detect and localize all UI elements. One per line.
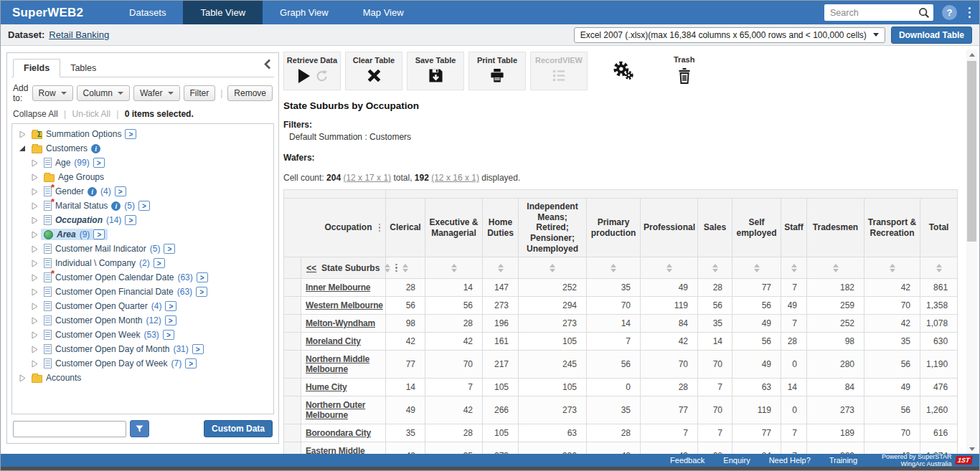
expander-icon[interactable]: [30, 188, 39, 196]
filter-button[interactable]: Filter: [184, 85, 216, 101]
clear-table-button[interactable]: Clear Table: [345, 52, 402, 90]
sort-control[interactable]: [402, 264, 408, 272]
cell-count-total-dims-link[interactable]: (12 x 17 x 1): [343, 173, 391, 183]
field-arrow-button[interactable]: >: [125, 215, 136, 225]
row-label-link-moreland-city[interactable]: Moreland City: [306, 336, 361, 346]
footer-link-feedback[interactable]: Feedback: [670, 456, 705, 465]
column-header-professional[interactable]: Professional: [641, 199, 698, 257]
column-drop-zone[interactable]: [386, 190, 958, 199]
sort-control[interactable]: [833, 264, 839, 272]
cell-count-displayed-dims-link[interactable]: (12 x 16 x 1): [431, 173, 479, 183]
column-header-staff[interactable]: Staff: [781, 199, 807, 257]
row-label-link-northern-outer-melbourne[interactable]: Northern Outer Melbourne: [306, 400, 365, 420]
expander-icon[interactable]: [18, 374, 27, 382]
column-header-independent-means-retired-pensioner-unemployed[interactable]: Independent Means; Retired; Pensioner; U…: [519, 199, 587, 257]
tree-item-customer-open-week[interactable]: Customer Open Week(53)>: [12, 328, 273, 342]
search-icon[interactable]: [918, 6, 930, 22]
tree-item-customer-open-day-of-week[interactable]: Customer Open Day of Week(7)>: [12, 356, 273, 371]
row-label-link-melton-wyndham[interactable]: Melton-Wyndham: [306, 318, 375, 328]
field-arrow-button[interactable]: >: [154, 258, 165, 268]
scroll-down-arrow[interactable]: [966, 444, 977, 454]
column-header-sales[interactable]: Sales: [698, 199, 732, 257]
save-table-button[interactable]: Save Table: [407, 52, 464, 90]
more-options-icon[interactable]: [967, 5, 972, 21]
tree-item-area[interactable]: Area(9)>: [12, 227, 273, 242]
collapse-sidebar-icon[interactable]: [264, 59, 271, 72]
tab-fields[interactable]: Fields: [13, 59, 60, 77]
field-arrow-button[interactable]: >: [93, 158, 105, 168]
retrieve-data-button[interactable]: Retrieve Data: [283, 52, 341, 90]
field-search-input[interactable]: [13, 421, 126, 437]
tab-tables[interactable]: Tables: [60, 60, 106, 77]
trash-button[interactable]: Trash: [674, 52, 694, 85]
expander-icon[interactable]: [18, 145, 27, 152]
collapse-all-link[interactable]: Collapse All: [13, 109, 58, 119]
info-icon[interactable]: i: [88, 187, 97, 196]
scroll-up-arrow[interactable]: [966, 49, 977, 60]
info-icon[interactable]: i: [111, 201, 121, 211]
row-label-link-hume-city[interactable]: Hume City: [306, 382, 347, 392]
export-format-select[interactable]: Excel 2007 (.xlsx)(max 16,384 columns x …: [574, 27, 885, 43]
expander-icon[interactable]: [30, 245, 39, 253]
download-table-button[interactable]: Download Table: [891, 27, 972, 44]
add-to-row-button[interactable]: Row: [32, 85, 73, 101]
row-label-link-northern-middle-melbourne[interactable]: Northern Middle Melbourne: [306, 354, 369, 374]
sort-control[interactable]: [498, 264, 504, 272]
sort-control[interactable]: [712, 264, 718, 272]
field-arrow-button[interactable]: >: [165, 301, 176, 311]
column-field-header[interactable]: Occupation: [284, 199, 386, 257]
add-to-wafer-button[interactable]: Wafer: [133, 85, 180, 101]
sort-control[interactable]: [754, 264, 760, 272]
tree-item-summation-options[interactable]: Summation Options>: [12, 127, 273, 141]
scrollbar-thumb[interactable]: [967, 61, 976, 242]
expander-icon[interactable]: [30, 303, 39, 310]
field-arrow-button[interactable]: >: [185, 358, 197, 368]
nav-item-graph-view[interactable]: Graph View: [263, 1, 346, 24]
expander-icon[interactable]: [30, 288, 39, 296]
vertical-scrollbar[interactable]: [966, 49, 977, 454]
untick-all-link[interactable]: Un-tick All: [72, 109, 110, 119]
add-to-column-button[interactable]: Column: [77, 85, 130, 101]
field-arrow-button[interactable]: >: [115, 186, 126, 196]
tree-item-occupation[interactable]: Occupation(14)>: [12, 213, 273, 227]
row-label-link-western-melbourne[interactable]: Western Melbourne: [306, 300, 383, 310]
expander-icon[interactable]: [18, 130, 27, 138]
row-label-link-inner-melbourne[interactable]: Inner Melbourne: [306, 282, 370, 292]
expander-icon[interactable]: [30, 159, 39, 167]
field-arrow-button[interactable]: >: [197, 272, 208, 282]
tree-item-customer-open-financial-date[interactable]: Customer Open Financial Date(63)>: [12, 285, 273, 299]
sort-control[interactable]: [611, 264, 616, 272]
help-icon[interactable]: ?: [942, 5, 957, 20]
remove-button[interactable]: Remove: [227, 85, 273, 101]
tree-item-customer-open-quarter[interactable]: Customer Open Quarter(4)>: [12, 299, 273, 313]
field-arrow-button[interactable]: >: [138, 201, 150, 211]
expander-icon[interactable]: [30, 360, 39, 368]
expander-icon[interactable]: [30, 231, 39, 239]
field-arrow-button[interactable]: >: [164, 244, 175, 254]
field-arrow-button[interactable]: >: [192, 344, 204, 354]
footer-link-training[interactable]: Training: [829, 456, 857, 465]
sort-control[interactable]: [666, 264, 672, 272]
nav-item-map-view[interactable]: Map View: [346, 1, 421, 24]
tree-item-age[interactable]: Age(99)>: [12, 156, 273, 170]
sort-control[interactable]: [791, 264, 797, 272]
field-arrow-button[interactable]: >: [163, 330, 174, 340]
column-header-primary-production[interactable]: Primary production: [587, 199, 641, 257]
info-icon[interactable]: i: [91, 144, 100, 153]
column-header-executive-managerial[interactable]: Executive & Managerial: [425, 199, 483, 257]
header-menu-icon[interactable]: [379, 223, 381, 233]
column-header-tradesmen[interactable]: Tradesmen: [807, 199, 864, 257]
column-header-home-duties[interactable]: Home Duties: [483, 199, 519, 257]
column-header-clerical[interactable]: Clerical: [386, 199, 425, 257]
expander-icon[interactable]: [30, 274, 39, 282]
tree-item-customer-open-day-of-month[interactable]: Customer Open Day of Month(31)>: [12, 342, 273, 356]
tree-item-customers[interactable]: Customersi: [12, 141, 273, 156]
sort-control[interactable]: [385, 264, 390, 272]
sort-control[interactable]: [890, 264, 895, 272]
field-arrow-button[interactable]: >: [165, 315, 176, 325]
expander-icon[interactable]: [30, 331, 39, 339]
column-header-total[interactable]: Total: [920, 199, 958, 257]
footer-link-enquiry[interactable]: Enquiry: [723, 456, 750, 465]
drill-up-link[interactable]: <<: [306, 263, 316, 273]
tree-item-marital-status[interactable]: Marital Statusi(5)>: [12, 199, 273, 213]
